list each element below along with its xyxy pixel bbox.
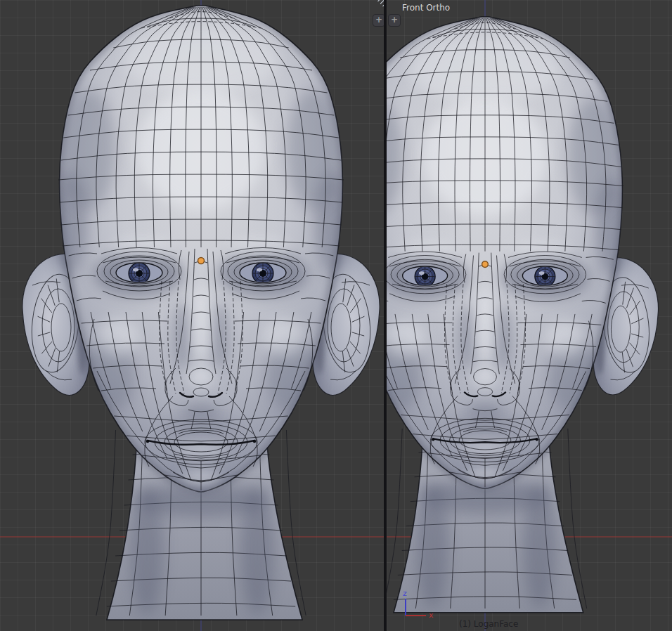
viewport-canvas-right[interactable] (387, 0, 672, 631)
view-name-label: Front Ortho (402, 3, 450, 13)
viewport-divider[interactable] (384, 0, 387, 631)
axis-gizmo: z x (396, 587, 439, 627)
panel-expand-button-left[interactable]: + (373, 14, 384, 27)
gizmo-z-label: z (403, 589, 407, 598)
panel-expand-button-right[interactable]: + (388, 14, 401, 27)
gizmo-x-label: x (429, 611, 434, 620)
viewport-left[interactable]: + (0, 0, 384, 631)
viewport-right[interactable]: Front Ortho + z x (1) LoganFace (387, 0, 672, 631)
blender-window: + Front Ortho + z x (1) LoganFace (0, 0, 672, 631)
object-info-label: (1) LoganFace (459, 619, 518, 629)
head-model-right[interactable] (387, 17, 658, 613)
viewport-canvas-left[interactable] (0, 0, 384, 631)
head-model-left[interactable] (22, 6, 380, 620)
